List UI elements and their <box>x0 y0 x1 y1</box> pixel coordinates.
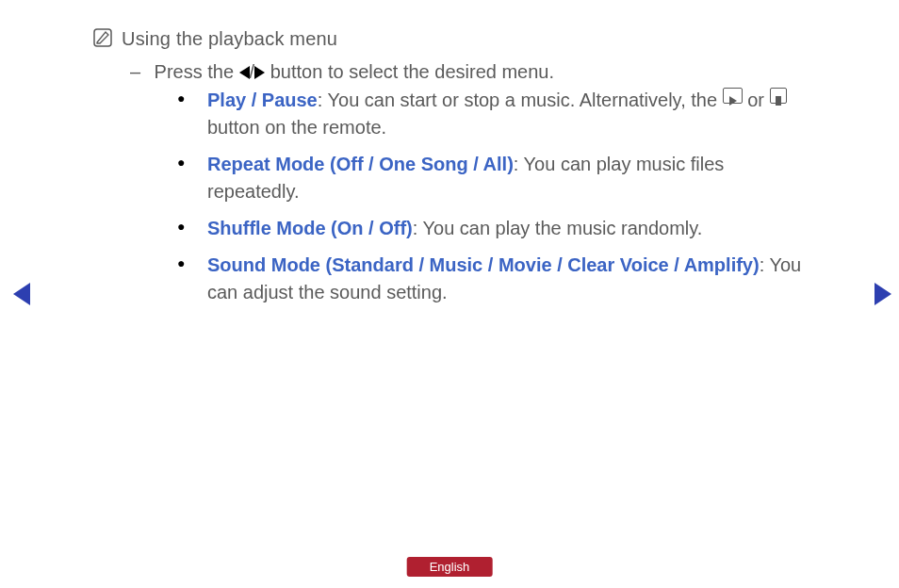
list-item: Play / Pause: You can start or stop a mu… <box>177 87 814 141</box>
language-badge: English <box>407 557 493 577</box>
page-prev-button[interactable] <box>13 283 30 305</box>
pause-button-icon <box>770 88 787 104</box>
item-label: Shuffle Mode (On / Off) <box>207 218 413 238</box>
item-label: Sound Mode (Standard / Music / Movie / C… <box>207 254 760 275</box>
list-item: Sound Mode (Standard / Music / Movie / C… <box>177 252 814 306</box>
section-title: Using the playback menu <box>122 28 337 50</box>
item-label: Repeat Mode (Off / One Song / All) <box>207 154 514 174</box>
note-icon <box>93 28 112 47</box>
chevron-right-icon <box>874 283 891 305</box>
bullet-list: Play / Pause: You can start or stop a mu… <box>177 87 814 316</box>
item-desc-after: button on the remote. <box>207 117 386 138</box>
play-button-icon <box>723 88 743 104</box>
list-item: Shuffle Mode (On / Off): You can play th… <box>177 215 814 242</box>
item-desc-middle: or <box>743 90 770 110</box>
item-desc-before: : You can start or stop a music. Alterna… <box>318 90 723 110</box>
instruction-suffix: button to select the desired menu. <box>265 61 554 82</box>
instruction-prefix: Press the <box>155 61 239 82</box>
instruction-row: – Press the / button to select the desir… <box>130 61 842 83</box>
item-label: Play / Pause <box>207 90 318 110</box>
left-arrow-icon <box>239 66 250 79</box>
page-next-button[interactable] <box>874 283 891 305</box>
right-arrow-icon <box>254 66 265 79</box>
list-item: Repeat Mode (Off / One Song / All): You … <box>177 151 814 205</box>
chevron-left-icon <box>13 283 30 305</box>
item-desc: : You can play the music randomly. <box>413 218 703 238</box>
dash-icon: – <box>130 61 149 83</box>
